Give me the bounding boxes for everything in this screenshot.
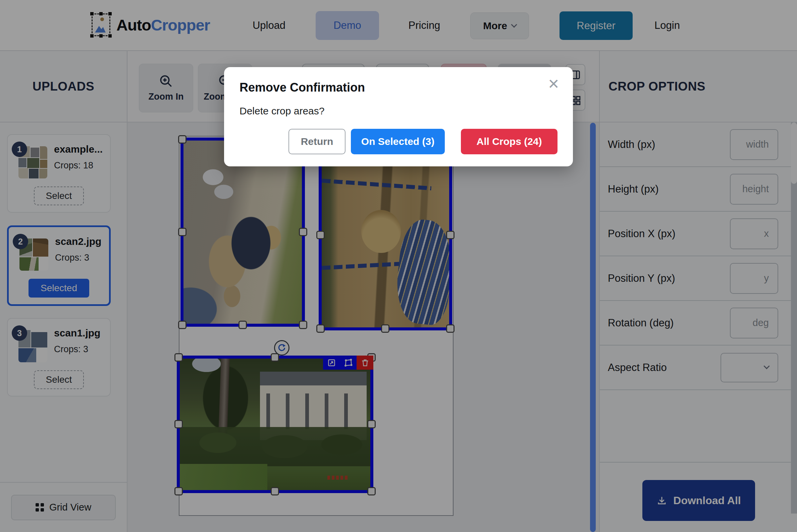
return-button[interactable]: Return: [288, 129, 345, 154]
modal-title: Remove Confirmation: [240, 80, 557, 95]
remove-confirmation-modal: ✕ Remove Confirmation Delete crop areas?…: [224, 67, 573, 166]
delete-all-crops-button[interactable]: All Crops (24): [461, 129, 557, 154]
modal-button-row: Return On Selected (3) All Crops (24): [240, 129, 557, 154]
modal-message: Delete crop areas?: [240, 105, 557, 117]
autocropper-app: AutoCropper Upload Demo Pricing More Reg…: [0, 0, 797, 532]
delete-on-selected-button[interactable]: On Selected (3): [351, 129, 445, 154]
close-icon[interactable]: ✕: [548, 77, 559, 91]
